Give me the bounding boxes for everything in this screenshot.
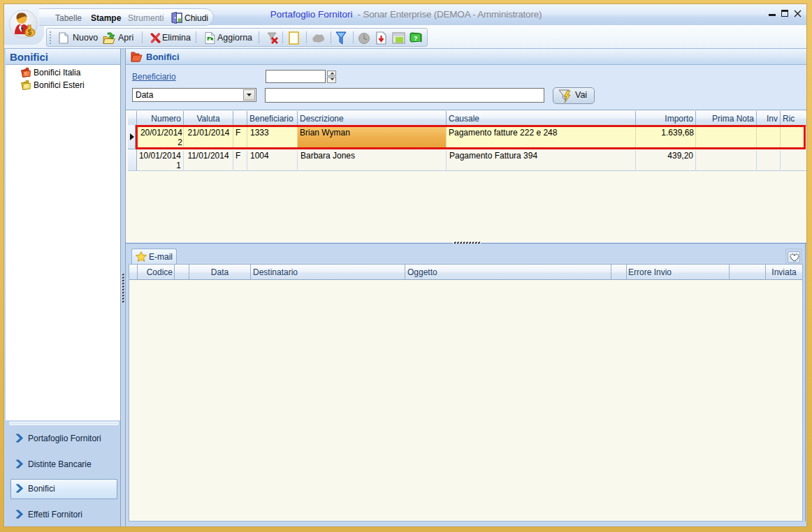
svg-text:$: $ <box>28 29 32 36</box>
svg-text:?: ? <box>414 35 418 42</box>
